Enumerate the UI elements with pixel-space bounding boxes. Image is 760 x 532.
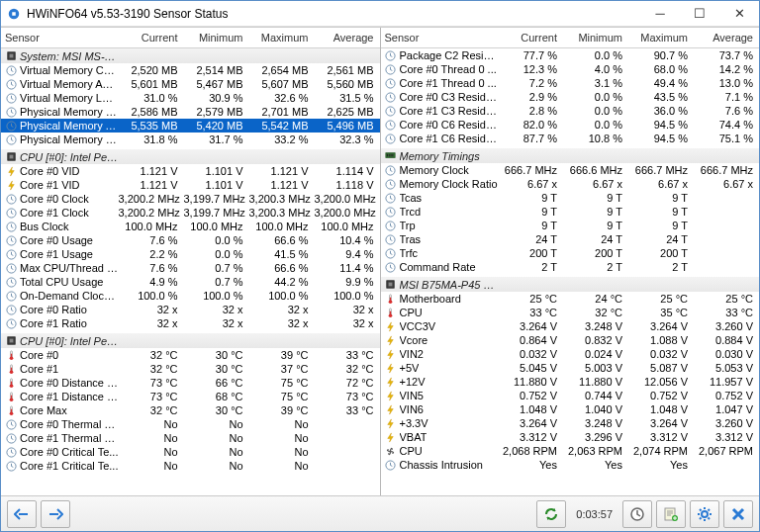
- sensor-row[interactable]: VIN61.048 V1.040 V1.048 V1.047 V: [381, 402, 760, 416]
- sensor-row[interactable]: Core #032 °C30 °C39 °C33 °C: [1, 348, 380, 362]
- sensor-list-right[interactable]: Package C2 Reside...77.7 %0.0 %90.7 %73.…: [381, 48, 760, 495]
- sensor-row[interactable]: On-Demand Clock ...100.0 %100.0 %100.0 %…: [1, 289, 380, 303]
- settings-button[interactable]: [690, 500, 719, 528]
- sensor-row[interactable]: Core #0 VID1.121 V1.101 V1.121 V1.114 V: [1, 164, 380, 178]
- close-panel-button[interactable]: [723, 500, 753, 528]
- sensor-group[interactable]: System: MSI MS-7798: [1, 48, 380, 63]
- sensor-row[interactable]: Virtual Memory Avai...5,601 MB5,467 MB5,…: [1, 77, 380, 91]
- sensor-group[interactable]: MSI B75MA-P45 (M...: [381, 277, 760, 292]
- sensor-row[interactable]: CPU33 °C32 °C35 °C33 °C: [381, 306, 760, 319]
- sensor-row[interactable]: Core #0 Clock3,200.2 MHz3,199.7 MHz3,200…: [1, 192, 380, 206]
- sensor-row[interactable]: Core #0 Critical Te...NoNoNo: [1, 445, 380, 459]
- clock-icon: [5, 120, 17, 132]
- column-header-left[interactable]: Sensor Current Minimum Maximum Average: [1, 28, 380, 48]
- sensor-row[interactable]: Tcas9 T9 T9 T: [381, 191, 760, 205]
- column-header-right[interactable]: Sensor Current Minimum Maximum Average: [381, 28, 760, 48]
- sensor-value: 6.67 x: [563, 178, 628, 190]
- sensor-row[interactable]: Core #1 Thermal T...NoNoNo: [1, 431, 380, 445]
- col-minimum[interactable]: Minimum: [184, 32, 249, 44]
- sensor-row[interactable]: +5V5.045 V5.003 V5.087 V5.053 V: [381, 361, 760, 375]
- sensor-row[interactable]: VIN20.032 V0.024 V0.032 V0.030 V: [381, 347, 760, 361]
- clock-icon: [5, 92, 17, 104]
- col-sensor[interactable]: Sensor: [381, 32, 499, 44]
- sensor-row[interactable]: Core #0 C6 Reside...82.0 %0.0 %94.5 %74.…: [381, 118, 760, 132]
- clock-icon: [385, 178, 397, 190]
- sensor-row[interactable]: Package C2 Reside...77.7 %0.0 %90.7 %73.…: [381, 48, 760, 62]
- sensor-row[interactable]: Command Rate2 T2 T2 T: [381, 260, 760, 274]
- sensor-row[interactable]: Core #1 Usage2.2 %0.0 %41.5 %9.4 %: [1, 247, 380, 261]
- sensor-row[interactable]: Virtual Memory Load31.0 %30.9 %32.6 %31.…: [1, 91, 380, 105]
- minimize-button[interactable]: ─: [640, 1, 680, 27]
- sensor-label: Core #0 Thread 0 ...: [400, 63, 497, 75]
- sensor-row[interactable]: Core #1 C6 Reside...87.7 %10.8 %94.5 %75…: [381, 132, 760, 145]
- col-average[interactable]: Average: [315, 32, 380, 44]
- col-current[interactable]: Current: [498, 32, 563, 44]
- sensor-row[interactable]: Memory Clock666.7 MHz666.6 MHz666.7 MHz6…: [381, 163, 760, 177]
- sensor-row[interactable]: Core #0 C3 Reside...2.9 %0.0 %43.5 %7.1 …: [381, 90, 760, 104]
- sensor-row[interactable]: Core #1 C3 Reside...2.8 %0.0 %36.0 %7.6 …: [381, 104, 760, 118]
- sensor-row[interactable]: Trp9 T9 T9 T: [381, 219, 760, 232]
- sensor-row[interactable]: Core #1 Ratio32 x32 x32 x32 x: [1, 316, 380, 330]
- sensor-row[interactable]: Core #0 Thread 0 ...12.3 %4.0 %68.0 %14.…: [381, 62, 760, 76]
- sensor-row[interactable]: Core #0 Ratio32 x32 x32 x32 x: [1, 303, 380, 316]
- sensor-group[interactable]: CPU [#0]: Intel Pen...: [1, 333, 380, 348]
- log-button[interactable]: [656, 500, 686, 528]
- sensor-row[interactable]: Memory Clock Ratio6.67 x6.67 x6.67 x6.67…: [381, 177, 760, 191]
- sensor-row[interactable]: Bus Clock100.0 MHz100.0 MHz100.0 MHz100.…: [1, 220, 380, 233]
- sensor-row[interactable]: Tras24 T24 T24 T: [381, 232, 760, 246]
- fan-icon: [385, 445, 397, 457]
- sensor-group[interactable]: Memory Timings: [381, 148, 760, 163]
- svg-rect-1: [12, 12, 16, 16]
- sensor-value: 7.6 %: [119, 262, 184, 274]
- sensor-row[interactable]: CPU2,068 RPM2,063 RPM2,074 RPM2,067 RPM: [381, 444, 760, 458]
- col-maximum[interactable]: Maximum: [628, 32, 694, 44]
- sensor-row[interactable]: Total CPU Usage4.9 %0.7 %44.2 %9.9 %: [1, 275, 380, 289]
- nav-back-button[interactable]: [7, 500, 37, 528]
- sensor-row[interactable]: VCC3V3.264 V3.248 V3.264 V3.260 V: [381, 319, 760, 333]
- col-current[interactable]: Current: [119, 32, 184, 44]
- nav-forward-button[interactable]: [41, 500, 70, 528]
- sensor-row[interactable]: Core #0 Thermal T...NoNoNo: [1, 417, 380, 431]
- clock-icon: [385, 63, 397, 75]
- sensor-row[interactable]: Physical Memory Av...5,535 MB5,420 MB5,5…: [1, 119, 380, 133]
- sensor-value: 2,561 MB: [315, 64, 380, 76]
- sensor-row[interactable]: +3.3V3.264 V3.248 V3.264 V3.260 V: [381, 416, 760, 430]
- sensor-row[interactable]: Trfc200 T200 T200 T: [381, 246, 760, 260]
- sensor-row[interactable]: Trcd9 T9 T9 T: [381, 205, 760, 219]
- sensor-row[interactable]: Core Max32 °C30 °C39 °C33 °C: [1, 403, 380, 417]
- maximize-button[interactable]: ☐: [680, 1, 719, 27]
- sensor-row[interactable]: Core #0 Distance t...73 °C66 °C75 °C72 °…: [1, 376, 380, 390]
- sensor-label: Trfc: [400, 247, 419, 259]
- bolt-icon: [385, 390, 397, 401]
- sensor-row[interactable]: VIN50.752 V0.744 V0.752 V0.752 V: [381, 389, 760, 402]
- sensor-list-left[interactable]: System: MSI MS-7798Virtual Memory Com...…: [1, 48, 380, 495]
- clock-button[interactable]: [622, 500, 652, 528]
- sensor-row[interactable]: Core #1 VID1.121 V1.101 V1.121 V1.118 V: [1, 178, 380, 192]
- col-average[interactable]: Average: [694, 32, 759, 44]
- sensor-row[interactable]: Core #1 Critical Te...NoNoNo: [1, 459, 380, 473]
- sensor-value: 3.312 V: [694, 431, 759, 443]
- sensor-row[interactable]: +12V11.880 V11.880 V12.056 V11.957 V: [381, 375, 760, 389]
- sensor-row[interactable]: Core #0 Usage7.6 %0.0 %66.6 %10.4 %: [1, 233, 380, 247]
- col-minimum[interactable]: Minimum: [563, 32, 628, 44]
- sensor-value: 5,496 MB: [315, 120, 380, 132]
- sensor-row[interactable]: Physical Memory Used2,586 MB2,579 MB2,70…: [1, 105, 380, 119]
- sensor-row[interactable]: Max CPU/Thread U...7.6 %0.7 %66.6 %11.4 …: [1, 261, 380, 275]
- sensor-row[interactable]: Core #1 Distance t...73 °C68 °C75 °C73 °…: [1, 390, 380, 403]
- sensor-row[interactable]: Vcore0.864 V0.832 V1.088 V0.884 V: [381, 333, 760, 347]
- sensor-value: 3,199.7 MHz: [184, 193, 249, 205]
- sensor-row[interactable]: Virtual Memory Com...2,520 MB2,514 MB2,6…: [1, 63, 380, 77]
- sensor-row[interactable]: Core #132 °C30 °C37 °C32 °C: [1, 362, 380, 376]
- col-maximum[interactable]: Maximum: [249, 32, 315, 44]
- sensor-row[interactable]: VBAT3.312 V3.296 V3.312 V3.312 V: [381, 430, 760, 444]
- sensor-row[interactable]: Motherboard25 °C24 °C25 °C25 °C: [381, 292, 760, 306]
- refresh-button[interactable]: [536, 500, 566, 528]
- sensor-row[interactable]: Physical Memory Load31.8 %31.7 %33.2 %32…: [1, 133, 380, 146]
- sensor-row[interactable]: Core #1 Clock3,200.2 MHz3,199.7 MHz3,200…: [1, 206, 380, 220]
- sensor-label: CPU [#0]: Intel Pen...: [20, 151, 119, 163]
- sensor-row[interactable]: Core #1 Thread 0 ...7.2 %3.1 %49.4 %13.0…: [381, 76, 760, 90]
- sensor-group[interactable]: CPU [#0]: Intel Pen...: [1, 149, 380, 164]
- close-button[interactable]: ✕: [719, 1, 759, 27]
- col-sensor[interactable]: Sensor: [1, 32, 119, 44]
- sensor-row[interactable]: Chassis IntrusionYesYesYes: [381, 458, 760, 472]
